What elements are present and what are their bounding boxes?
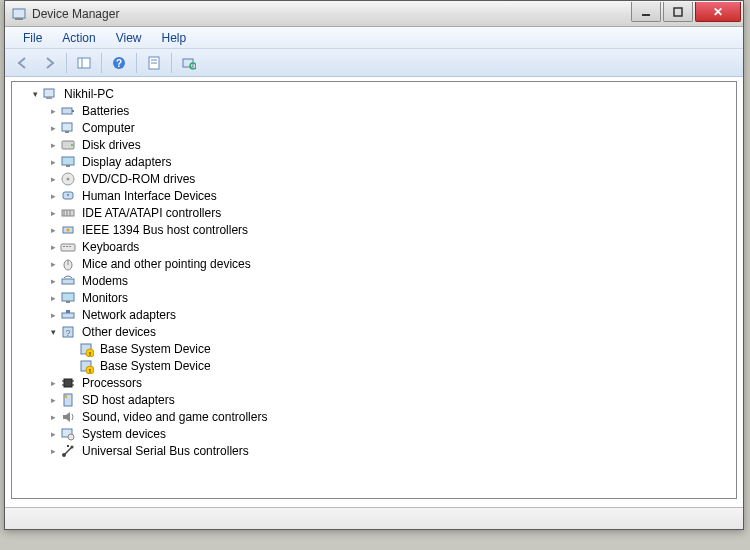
tree-category[interactable]: Computer — [12, 119, 736, 136]
expand-arrow[interactable] — [48, 242, 58, 252]
expand-arrow[interactable] — [48, 378, 58, 388]
expand-arrow[interactable] — [30, 89, 40, 99]
tree-device[interactable]: !Base System Device — [12, 340, 736, 357]
tree-item-label: DVD/CD-ROM drives — [80, 172, 197, 186]
expand-arrow[interactable] — [48, 293, 58, 303]
tree-category[interactable]: IEEE 1394 Bus host controllers — [12, 221, 736, 238]
tree-category[interactable]: IDE ATA/ATAPI controllers — [12, 204, 736, 221]
titlebar[interactable]: Device Manager ✕ — [5, 1, 743, 27]
expand-arrow[interactable] — [48, 225, 58, 235]
expand-arrow[interactable] — [48, 412, 58, 422]
other-icon: ? — [60, 324, 76, 340]
expand-arrow[interactable] — [48, 140, 58, 150]
svg-point-27 — [67, 194, 69, 196]
mouse-icon — [60, 256, 76, 272]
svg-rect-2 — [642, 14, 650, 16]
help-button[interactable]: ? — [107, 52, 131, 74]
svg-rect-23 — [66, 165, 70, 167]
tree-category[interactable]: System devices — [12, 425, 736, 442]
device-tree-panel[interactable]: Nikhil-PCBatteriesComputerDisk drivesDis… — [11, 81, 737, 499]
tree-category[interactable]: Mice and other pointing devices — [12, 255, 736, 272]
minimize-button[interactable] — [631, 2, 661, 22]
tree-category[interactable]: DVD/CD-ROM drives — [12, 170, 736, 187]
forward-button[interactable] — [37, 52, 61, 74]
svg-rect-16 — [62, 108, 72, 114]
svg-text:!: ! — [89, 367, 91, 373]
tree-category[interactable]: Network adapters — [12, 306, 736, 323]
tree-item-label: IDE ATA/ATAPI controllers — [80, 206, 223, 220]
tree-category[interactable]: Sound, video and game controllers — [12, 408, 736, 425]
scan-hardware-button[interactable] — [177, 52, 201, 74]
close-button[interactable]: ✕ — [695, 2, 741, 22]
tree-category[interactable]: Batteries — [12, 102, 736, 119]
expand-arrow[interactable] — [48, 174, 58, 184]
svg-rect-40 — [62, 279, 74, 284]
expand-arrow[interactable] — [48, 327, 58, 337]
svg-rect-1 — [15, 18, 23, 20]
device-manager-window: Device Manager ✕ File Action View Help ?… — [4, 0, 744, 530]
tree-category[interactable]: Display adapters — [12, 153, 736, 170]
tree-category[interactable]: Human Interface Devices — [12, 187, 736, 204]
tree-category[interactable]: Processors — [12, 374, 736, 391]
ieee-icon — [60, 222, 76, 238]
expand-arrow[interactable] — [66, 361, 76, 371]
expand-arrow[interactable] — [48, 310, 58, 320]
svg-rect-44 — [66, 310, 70, 313]
menu-action[interactable]: Action — [52, 29, 105, 47]
svg-text:?: ? — [65, 328, 70, 338]
expand-arrow[interactable] — [48, 106, 58, 116]
expand-arrow[interactable] — [48, 191, 58, 201]
tree-item-label: Other devices — [80, 325, 158, 339]
back-button[interactable] — [11, 52, 35, 74]
svg-text:!: ! — [89, 350, 91, 356]
tree-device[interactable]: !Base System Device — [12, 357, 736, 374]
cpu-icon — [60, 375, 76, 391]
menu-view[interactable]: View — [106, 29, 152, 47]
monitor-icon — [60, 290, 76, 306]
expand-arrow[interactable] — [66, 344, 76, 354]
svg-rect-15 — [46, 97, 52, 99]
expand-arrow[interactable] — [48, 446, 58, 456]
tree-category[interactable]: Keyboards — [12, 238, 736, 255]
tree-item-label: Modems — [80, 274, 130, 288]
expand-arrow[interactable] — [48, 429, 58, 439]
tree-category[interactable]: Modems — [12, 272, 736, 289]
tree-item-label: Mice and other pointing devices — [80, 257, 253, 271]
tree-category[interactable]: Monitors — [12, 289, 736, 306]
tree-item-label: Monitors — [80, 291, 130, 305]
show-hide-tree-button[interactable] — [72, 52, 96, 74]
tree-item-label: Computer — [80, 121, 137, 135]
warn-icon: ! — [78, 358, 94, 374]
tree-item-label: Network adapters — [80, 308, 178, 322]
maximize-button[interactable] — [663, 2, 693, 22]
svg-rect-18 — [62, 123, 72, 131]
computer-icon — [42, 86, 58, 102]
expand-arrow[interactable] — [48, 276, 58, 286]
tree-item-label: Base System Device — [98, 342, 213, 356]
menu-help[interactable]: Help — [152, 29, 197, 47]
tree-item-label: Batteries — [80, 104, 131, 118]
menu-file[interactable]: File — [13, 29, 52, 47]
svg-rect-3 — [674, 8, 682, 16]
cdrom-icon — [60, 171, 76, 187]
expand-arrow[interactable] — [48, 259, 58, 269]
tree-item-label: Base System Device — [98, 359, 213, 373]
expand-arrow[interactable] — [48, 157, 58, 167]
expand-arrow[interactable] — [48, 123, 58, 133]
tree-category[interactable]: SD host adapters — [12, 391, 736, 408]
sd-icon — [60, 392, 76, 408]
display-icon — [60, 154, 76, 170]
tree-category[interactable]: ?Other devices — [12, 323, 736, 340]
svg-rect-19 — [65, 131, 69, 133]
tree-category[interactable]: Universal Serial Bus controllers — [12, 442, 736, 459]
tree-root[interactable]: Nikhil-PC — [12, 85, 736, 102]
svg-point-64 — [71, 445, 74, 448]
tree-item-label: IEEE 1394 Bus host controllers — [80, 223, 250, 237]
tree-category[interactable]: Disk drives — [12, 136, 736, 153]
svg-rect-34 — [61, 244, 75, 251]
expand-arrow[interactable] — [48, 395, 58, 405]
properties-button[interactable] — [142, 52, 166, 74]
ide-icon — [60, 205, 76, 221]
expand-arrow[interactable] — [48, 208, 58, 218]
svg-line-13 — [195, 68, 196, 69]
